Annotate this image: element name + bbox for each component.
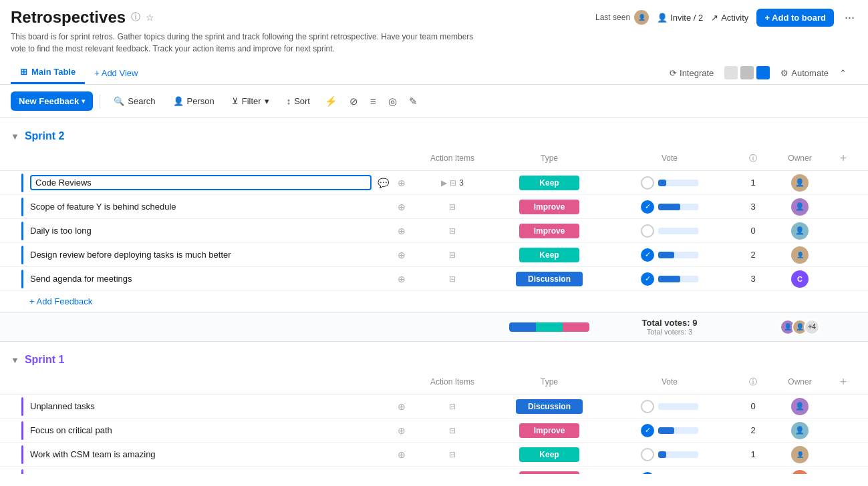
type-badge[interactable]: Keep <box>519 176 579 190</box>
activity-button[interactable]: ↗ Activity <box>711 13 748 23</box>
row-text[interactable]: Unplanned tasks <box>30 401 390 411</box>
more-options-button[interactable]: ··· <box>842 11 857 25</box>
row-text[interactable]: Scope of feature Y is behind schedule <box>30 202 390 212</box>
type-badge[interactable]: Improve <box>519 200 579 214</box>
invite-button[interactable]: 👤 Invite / 2 <box>657 13 703 23</box>
action-arrow-icon: ▶ <box>441 178 447 188</box>
action-items-icon: ⊟ <box>450 178 456 188</box>
vote-circle-checked[interactable]: ✓ <box>641 272 654 286</box>
type-cell[interactable]: Improve <box>496 423 603 438</box>
owner-avatar[interactable]: 👤 <box>791 446 809 463</box>
vote-bar <box>658 276 680 282</box>
row-text[interactable]: Code Reviews <box>30 175 372 190</box>
type-badge[interactable]: Discussion <box>516 399 583 414</box>
color-btn-2[interactable] <box>740 66 754 79</box>
vote-circle[interactable] <box>641 448 654 461</box>
add-to-board-button[interactable]: + Add to board <box>756 9 834 27</box>
vote-circle-checked[interactable]: ✓ <box>641 200 654 214</box>
integrate-button[interactable]: ⟳ Integrate <box>670 68 714 78</box>
add-column-button-s1[interactable]: + <box>834 373 853 391</box>
row-text[interactable]: Design review before deploying tasks is … <box>30 250 390 260</box>
new-feedback-button[interactable]: New Feedback ▾ <box>11 91 93 111</box>
info-icon[interactable]: ⓘ <box>131 11 140 23</box>
type-cell[interactable]: Improve <box>496 471 603 475</box>
type-badge[interactable]: Improve <box>519 423 579 438</box>
row-add-button[interactable]: ⊕ <box>394 200 409 214</box>
row-text[interactable]: Send agenda for meetings <box>30 274 390 284</box>
row-text[interactable]: improve our bugs process <box>30 473 390 474</box>
add-column-button[interactable]: + <box>834 149 853 168</box>
sprint2-toggle[interactable]: ▼ <box>11 132 19 142</box>
row-add-button[interactable]: ⊕ <box>394 176 409 190</box>
col-vote: Vote <box>603 377 736 387</box>
row-add-button[interactable]: ⊕ <box>394 248 409 262</box>
row-add-button[interactable]: ⊕ <box>394 272 409 286</box>
vote-cell <box>603 400 736 413</box>
row-text[interactable]: Daily is too long <box>30 226 390 236</box>
vote-circle[interactable] <box>641 224 654 238</box>
row-add-button[interactable]: ⊕ <box>394 447 409 462</box>
type-cell[interactable]: Keep <box>496 248 603 262</box>
link-icon[interactable]: ⚡ <box>321 93 341 110</box>
type-badge[interactable]: Keep <box>519 248 579 262</box>
vote-circle-checked[interactable]: ✓ <box>641 424 654 437</box>
row-text[interactable]: Work with CSM team is amazing <box>30 449 390 459</box>
vote-circle[interactable] <box>641 400 654 413</box>
row-add-button[interactable]: ⊕ <box>394 471 409 475</box>
sort-button[interactable]: ↕ Sort <box>280 92 317 110</box>
add-feedback-button[interactable]: + Add Feedback <box>29 296 92 306</box>
row-comment-button[interactable]: 💬 <box>376 176 390 190</box>
owner-avatar[interactable]: 👤 <box>791 198 809 216</box>
columns-icon[interactable]: ≡ <box>366 93 380 109</box>
last-seen: Last seen 👤 <box>595 10 649 25</box>
sprint2-title[interactable]: Sprint 2 <box>25 130 65 142</box>
sprint1-title[interactable]: Sprint 1 <box>25 354 65 366</box>
vote-circle-checked[interactable]: ✓ <box>641 472 654 475</box>
row-text[interactable]: Focus on critical path <box>30 425 390 435</box>
type-badge[interactable]: Discussion <box>516 272 583 286</box>
type-cell[interactable]: Discussion <box>496 399 603 414</box>
vote-circle-checked[interactable]: ✓ <box>641 248 654 262</box>
type-badge[interactable]: Improve <box>519 224 579 238</box>
chart-icon[interactable]: ◎ <box>384 93 401 110</box>
owner-avatar[interactable]: 👤 <box>791 398 809 415</box>
col-type: Type <box>496 377 603 387</box>
action-items-icon: ⊟ <box>449 202 456 212</box>
owner-avatar[interactable]: C <box>791 270 809 288</box>
owner-avatar[interactable]: 👤 <box>791 174 809 192</box>
star-icon[interactable]: ☆ <box>146 12 154 23</box>
page-description: This board is for sprint retros. Gather … <box>11 31 478 55</box>
type-cell[interactable]: Discussion <box>496 272 603 286</box>
owner-avatar[interactable]: 👤 <box>791 246 809 264</box>
type-cell[interactable]: Improve <box>496 224 603 238</box>
color-btn-3[interactable] <box>756 66 770 79</box>
count-cell: 2 <box>736 250 770 260</box>
type-badge[interactable]: Improve <box>519 471 579 475</box>
person-button[interactable]: 👤 Person <box>166 92 221 110</box>
unlink-icon[interactable]: ⊘ <box>345 93 362 110</box>
owner-avatar[interactable]: 👤 <box>791 422 809 439</box>
vote-circle[interactable] <box>641 176 654 190</box>
type-badge[interactable]: Keep <box>519 447 579 462</box>
vote-cell: ✓ <box>603 424 736 437</box>
filter-button[interactable]: ⊻ Filter ▾ <box>225 92 276 110</box>
vote-bar-container <box>658 252 698 258</box>
row-add-button[interactable]: ⊕ <box>394 224 409 238</box>
sprint1-toggle[interactable]: ▼ <box>11 355 19 365</box>
action-count: 3 <box>459 178 464 188</box>
type-cell[interactable]: Improve <box>496 200 603 214</box>
color-btn-1[interactable] <box>724 66 738 79</box>
tab-main-table[interactable]: ⊞ Main Table <box>11 61 85 84</box>
collapse-button[interactable]: ⌃ <box>839 68 847 78</box>
tab-add-view[interactable]: + Add View <box>85 63 147 83</box>
owner-avatar[interactable]: 👤 <box>791 222 809 240</box>
type-cell[interactable]: Keep <box>496 176 603 190</box>
divider <box>100 95 100 108</box>
type-cell[interactable]: Keep <box>496 447 603 462</box>
search-button[interactable]: 🔍 Search <box>107 92 162 110</box>
automate-button[interactable]: ⚙ Automate <box>780 68 829 78</box>
row-add-button[interactable]: ⊕ <box>394 423 409 438</box>
edit-icon[interactable]: ✎ <box>405 93 422 110</box>
owner-avatar[interactable]: 👤 <box>791 470 809 475</box>
row-add-button[interactable]: ⊕ <box>394 399 409 414</box>
